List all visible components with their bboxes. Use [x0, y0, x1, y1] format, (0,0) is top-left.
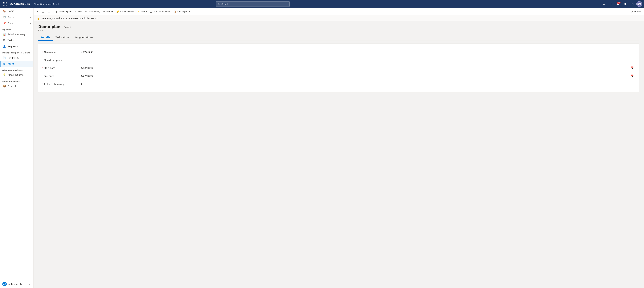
app-title: Dynamics 365 — [10, 2, 30, 5]
app-module: Store Operations Assist — [34, 3, 59, 5]
form-value-end-date: 4/27/2023 📅 — [81, 74, 634, 78]
required-star-task-creation-range: * — [42, 83, 43, 85]
recent-icon: 🕐 — [3, 15, 6, 18]
requests-icon: 👤 — [3, 45, 6, 48]
run-report-button[interactable]: 📋 Run Report ▾ — [172, 9, 191, 14]
make-copy-button[interactable]: ⧉ Make a copy — [84, 9, 101, 14]
search-bar — [216, 1, 290, 7]
form-card: * Plan name Demo plan Plan description -… — [38, 43, 639, 93]
record-saved-status: - Saved — [62, 26, 71, 28]
sidebar-item-products[interactable]: 📦 Products — [0, 83, 33, 89]
expand-button[interactable] — [46, 9, 52, 14]
back-button[interactable] — [35, 9, 40, 14]
sidebar-item-home[interactable]: 🏠 Home — [0, 8, 33, 14]
lightbulb-button[interactable] — [601, 1, 607, 7]
sidebar-item-pinned[interactable]: 📌 Pinned ▾ — [0, 20, 33, 26]
readonly-message: Read-only: You don't have access to edit… — [42, 17, 99, 19]
sidebar-item-home-label: Home — [8, 10, 14, 12]
nav-controls — [35, 9, 53, 14]
grid-menu-button[interactable] — [2, 1, 8, 7]
new-button[interactable]: ＋ New — [73, 9, 83, 14]
user-avatar[interactable]: SM — [636, 1, 642, 7]
action-center-avatar: AC — [2, 282, 7, 286]
nav-separator — [32, 2, 32, 6]
sidebar-item-recent-label: Recent — [8, 16, 16, 18]
form-row-end-date: End date 4/27/2023 📅 — [44, 72, 634, 80]
toolbar: ▶ Execute plan ＋ New ⧉ Make a copy ↻ Ref… — [34, 8, 644, 15]
check-access-icon: 🔑 — [116, 10, 119, 13]
required-star-plan-name: * — [42, 51, 43, 54]
top-nav-right: 10 SM — [601, 1, 642, 7]
end-date-calendar-icon[interactable]: 📅 — [630, 74, 634, 78]
form-value-plan-name: Demo plan — [81, 51, 634, 53]
form-value-task-creation-range: 5 — [81, 82, 634, 85]
lock-icon: 🔒 — [37, 17, 40, 20]
form-label-plan-description: Plan description — [44, 58, 81, 61]
run-report-icon: 📋 — [173, 10, 176, 13]
tasks-icon: ☑ — [3, 39, 6, 42]
run-report-chevron-icon: ▾ — [189, 11, 190, 12]
word-templates-button[interactable]: W Word Templates ▾ — [148, 9, 172, 14]
chevron-down-icon: ▾ — [30, 16, 31, 18]
manage-templates-section: Manage templates & plans — [0, 49, 33, 55]
sidebar-action-center[interactable]: AC Action center ◇ — [0, 280, 33, 288]
refresh-button[interactable]: ↻ Refresh — [102, 9, 115, 14]
retail-insights-icon: 💡 — [3, 73, 6, 76]
sidebar-item-recent[interactable]: 🕐 Recent ▾ — [0, 14, 33, 20]
sidebar-item-templates[interactable]: 📄 Templates — [0, 55, 33, 61]
top-nav: Dynamics 365 Store Operations Assist 10 — [0, 0, 644, 8]
chevron-down-icon-pinned: ▾ — [30, 22, 31, 24]
copy-icon: ⧉ — [85, 10, 87, 13]
form-value-start-date: 4/18/2023 📅 — [81, 66, 634, 69]
help-icon — [631, 2, 634, 5]
execute-plan-icon: ▶ — [56, 10, 58, 13]
form-row-task-creation-range: * Task creation range 5 — [44, 80, 634, 88]
tab-assigned-stores[interactable]: Assigned stores — [72, 34, 96, 41]
notification-count: 10 — [617, 2, 620, 4]
sidebar-item-requests[interactable]: 👤 Requests — [0, 43, 33, 49]
form-label-plan-name: * Plan name — [44, 51, 81, 54]
sidebar-item-products-label: Products — [8, 85, 17, 87]
plans-icon: ⊞ — [3, 62, 6, 65]
form-row-start-date: * Start date 4/18/2023 📅 — [44, 64, 634, 72]
flow-chevron-icon: ▾ — [146, 11, 147, 12]
settings-button[interactable] — [622, 1, 628, 7]
tab-task-setups[interactable]: Task setups — [53, 34, 72, 41]
plus-icon — [610, 2, 613, 5]
content-area: ▶ Execute plan ＋ New ⧉ Make a copy ↻ Ref… — [34, 8, 644, 288]
start-date-calendar-icon[interactable]: 📅 — [630, 66, 634, 69]
gear-icon — [624, 2, 627, 5]
refresh-icon: ↻ — [103, 10, 105, 13]
manage-products-section: Manage products — [0, 78, 33, 83]
pin-icon: 📌 — [3, 22, 6, 25]
sidebar-item-retail-summary[interactable]: 📊 Retail summary — [0, 31, 33, 37]
form-label-task-creation-range: * Task creation range — [44, 82, 81, 85]
sidebar-item-plans[interactable]: ⊞ Plans — [0, 61, 33, 67]
execute-plan-button[interactable]: ▶ Execute plan — [55, 9, 73, 14]
help-button[interactable] — [629, 1, 635, 7]
flow-icon: ⚡ — [137, 10, 140, 13]
grid-icon — [3, 2, 7, 6]
form-row-plan-name: * Plan name Demo plan — [44, 48, 634, 56]
share-button[interactable]: ↗ Share ▾ — [630, 9, 643, 14]
page-content: Demo plan - Saved Plan Details Task setu… — [34, 21, 644, 288]
add-button[interactable] — [608, 1, 614, 7]
sidebar-item-tasks[interactable]: ☑ Tasks — [0, 37, 33, 43]
sidebar-item-requests-label: Requests — [8, 45, 18, 48]
sidebar-item-retail-insights-label: Retail insights — [8, 73, 24, 76]
notifications-button[interactable]: 10 — [615, 1, 621, 7]
form-label-end-date: End date — [44, 74, 81, 77]
sidebar-item-retail-insights[interactable]: 💡 Retail insights — [0, 72, 33, 78]
check-access-button[interactable]: 🔑 Check Access — [115, 9, 135, 14]
retail-summary-icon: 📊 — [3, 33, 6, 36]
share-chevron-icon: ▾ — [640, 11, 641, 12]
share-icon: ↗ — [631, 10, 633, 13]
save-to-list-button[interactable] — [40, 9, 46, 14]
record-title: Demo plan - Saved — [38, 25, 639, 29]
flow-button[interactable]: ⚡ Flow ▾ — [136, 9, 148, 14]
home-icon: 🏠 — [3, 9, 6, 12]
tab-details[interactable]: Details — [38, 34, 53, 41]
record-header: Demo plan - Saved Plan — [38, 25, 639, 32]
search-icon — [218, 3, 220, 5]
search-input[interactable] — [221, 3, 288, 5]
